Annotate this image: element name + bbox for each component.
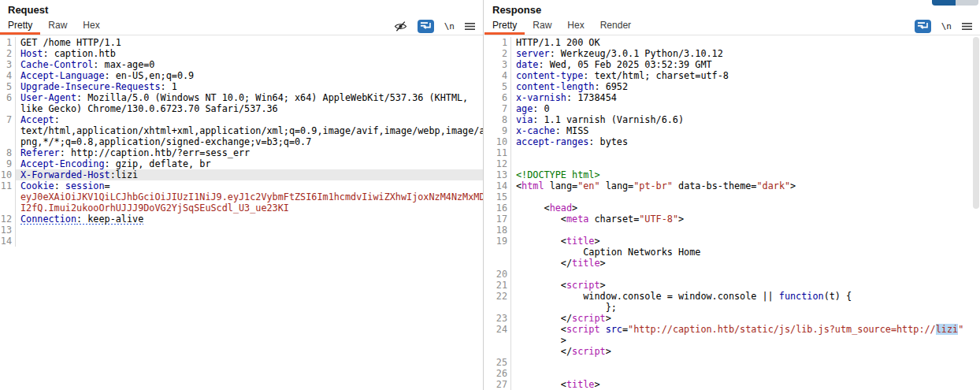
line-number: 20 [484, 269, 511, 280]
code-line-text [511, 357, 980, 368]
code-line: 13 [0, 225, 483, 236]
code-line-text: HTTP/1.1 200 OK [511, 37, 980, 48]
tab-pretty[interactable]: Pretty [0, 18, 40, 35]
code-line: eyJ0eXAiOiJKV1QiLCJhbGciOiJIUzI1NiJ9.eyJ… [0, 191, 483, 202]
line-number: 1 [0, 37, 16, 48]
code-line: 16 <head> [484, 202, 980, 214]
response-tabs: PrettyRawHexRender [484, 18, 639, 35]
line-number: 5 [484, 81, 511, 92]
code-line-text: Accept-Language: en-US,en;q=0.9 [16, 70, 483, 81]
line-number [484, 335, 511, 346]
line-number [0, 202, 16, 214]
code-line: 2Host: caption.htb [0, 48, 483, 59]
line-number: 2 [0, 48, 16, 59]
code-line: 26 [484, 368, 980, 379]
code-line-text: </title> [511, 258, 980, 269]
line-number [484, 346, 511, 357]
code-line: 6User-Agent: Mozilla/5.0 (Windows NT 10.… [0, 92, 483, 103]
code-line: 7age: 0 [484, 103, 980, 114]
code-line-text: accept-ranges: bytes [511, 136, 980, 147]
line-number: 3 [0, 59, 16, 70]
line-number: 7 [484, 103, 511, 114]
code-line-text: window.console = window.console || funct… [511, 291, 980, 302]
tab-raw[interactable]: Raw [525, 18, 559, 35]
code-line-text: Accept: [16, 114, 483, 125]
tab-hex[interactable]: Hex [559, 18, 592, 35]
layout-toggle-pill[interactable] [932, 0, 978, 6]
line-number: 3 [484, 59, 511, 70]
code-line-text: <!DOCTYPE html> [511, 169, 980, 180]
line-number: 14 [484, 180, 511, 191]
code-line-text: Caption Networks Home [511, 247, 980, 258]
code-line: 22 window.console = window.console || fu… [484, 291, 980, 302]
code-line-text: </script> [511, 346, 980, 357]
line-number: 8 [0, 147, 16, 158]
code-line-text: <html lang="en" lang="pt-br" data-bs-the… [511, 180, 980, 191]
code-line-text: I2fQ.Imui2ukooOrhUJJJ9DoVG2YjSqSEuScdl_U… [16, 202, 483, 214]
line-number [0, 103, 16, 114]
code-line-text [511, 147, 980, 158]
code-line: 1HTTP/1.1 200 OK [484, 37, 980, 48]
line-number: 11 [484, 147, 511, 158]
editor-menu-icon[interactable] [962, 22, 972, 31]
line-number: 15 [484, 191, 511, 202]
code-line-text: Cookie: session= [16, 180, 483, 191]
code-line: 15 [484, 191, 980, 202]
line-number: 27 [484, 379, 511, 390]
request-panel-title: Request [0, 0, 483, 18]
line-number: 13 [0, 225, 16, 236]
code-line: 23 </script> [484, 313, 980, 324]
code-line: like Gecko) Chrome/130.0.6723.70 Safari/… [0, 103, 483, 114]
code-line: 10X-Forwarded-Host:lizi [0, 169, 483, 180]
line-number: 9 [484, 125, 511, 136]
code-line: png,*/*;q=0.8,application/signed-exchang… [0, 136, 483, 147]
code-line-text: content-length: 6952 [511, 81, 980, 92]
line-number: 12 [484, 158, 511, 169]
newline-chars-icon[interactable]: \n [444, 21, 455, 32]
code-line: I2fQ.Imui2ukooOrhUJJJ9DoVG2YjSqSEuScdl_U… [0, 202, 483, 214]
code-line-text: User-Agent: Mozilla/5.0 (Windows NT 10.0… [16, 92, 483, 103]
code-line-text: Connection: keep-alive [16, 214, 483, 225]
code-line-text [511, 225, 980, 236]
scrollbar-thumb[interactable] [973, 37, 979, 209]
code-line: 27 <title> [484, 379, 980, 390]
line-number: 8 [484, 114, 511, 125]
request-editor[interactable]: 1GET /home HTTP/1.12Host: caption.htb3Ca… [0, 37, 483, 390]
pretty-print-toggle-icon[interactable] [418, 20, 434, 33]
response-toolbar-icons: \n [915, 18, 972, 34]
code-line: 3Cache-Control: max-age=0 [0, 59, 483, 70]
line-number: 6 [484, 92, 511, 103]
code-line: </title> [484, 258, 980, 269]
code-line: > [484, 335, 980, 346]
newline-chars-icon[interactable]: \n [941, 21, 952, 32]
code-line-text: <head> [511, 202, 980, 214]
pretty-print-toggle-icon[interactable] [915, 20, 931, 33]
hide-nonprintable-eye-icon[interactable] [394, 20, 407, 32]
line-number: 25 [484, 357, 511, 368]
line-number: 5 [0, 81, 16, 92]
tab-render[interactable]: Render [592, 18, 639, 35]
code-line: 19 <title> [484, 236, 980, 247]
tab-hex[interactable]: Hex [75, 18, 107, 35]
code-line-text: <title> [511, 379, 980, 390]
code-line-text [16, 236, 483, 247]
tab-pretty[interactable]: Pretty [484, 18, 525, 35]
code-line-text: Referer: http://caption.htb/?err=sess_er… [16, 147, 483, 158]
code-line: </script> [484, 346, 980, 357]
code-line: 4content-type: text/html; charset=utf-8 [484, 70, 980, 81]
editor-menu-icon[interactable] [465, 22, 475, 31]
response-editor[interactable]: 1HTTP/1.1 200 OK2server: Werkzeug/3.0.1 … [484, 37, 980, 390]
line-number: 17 [484, 214, 511, 225]
code-line: 5content-length: 6952 [484, 81, 980, 92]
code-line-text: x-varnish: 1738454 [511, 92, 980, 103]
request-tabs: PrettyRawHex [0, 18, 108, 35]
code-line-text [511, 191, 980, 202]
code-line-text: via: 1.1 varnish (Varnish/6.6) [511, 114, 980, 125]
code-line: 1GET /home HTTP/1.1 [0, 37, 483, 48]
code-line: 8via: 1.1 varnish (Varnish/6.6) [484, 114, 980, 125]
tab-raw[interactable]: Raw [40, 18, 75, 35]
layout-toggle-active-segment [932, 0, 956, 6]
line-number [0, 136, 16, 147]
response-tabbar: PrettyRawHexRender \n [484, 18, 980, 35]
line-number: 7 [0, 114, 16, 125]
